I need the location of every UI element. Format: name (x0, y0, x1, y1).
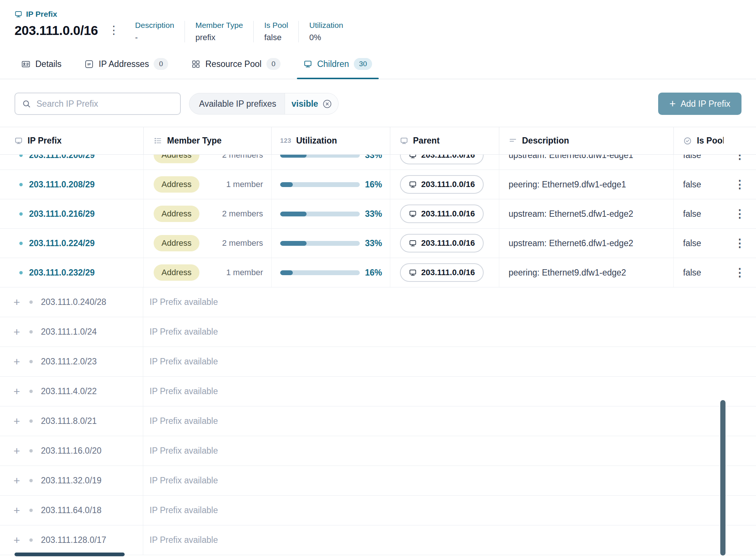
meta-value: false (264, 33, 288, 42)
row-menu-button[interactable]: ⋮ (734, 179, 746, 190)
prefix-bullet-icon (19, 183, 23, 186)
available-prefix: 203.111.64.0/18 (41, 505, 102, 515)
expand-icon[interactable]: + (12, 416, 21, 427)
parent-chip[interactable]: 203.111.0.0/16 (400, 175, 484, 194)
column-header-description[interactable]: Description (499, 127, 673, 154)
table-row: 203.111.0.232/29 Address 1 member 16% 20… (0, 258, 756, 287)
svg-text:IP: IP (87, 62, 91, 66)
tab-ip-addresses[interactable]: IP IP Addresses 0 (78, 58, 175, 79)
prefix-icon (15, 137, 23, 145)
available-row: + 203.111.16.0/20 IP Prefix available (0, 436, 756, 466)
horizontal-scrollbar[interactable] (15, 553, 125, 556)
available-row: + 203.111.1.0/24 IP Prefix available (0, 317, 756, 347)
row-menu-button[interactable]: ⋮ (734, 208, 746, 219)
table-row: 203.111.0.224/29 Address 2 members 33% 2… (0, 229, 756, 258)
meta-label: Is Pool (264, 21, 288, 30)
row-menu-button[interactable]: ⋮ (734, 267, 746, 278)
prefix-link[interactable]: 203.111.0.232/29 (29, 268, 95, 278)
prefix-icon (409, 210, 417, 218)
expand-icon[interactable]: + (12, 297, 21, 308)
title-menu-button[interactable]: ⋮ (108, 25, 119, 36)
available-prefix: 203.111.128.0/17 (41, 535, 106, 545)
column-header-utilization[interactable]: 123 Utilization (271, 127, 390, 154)
utilization-value: 33% (365, 209, 382, 219)
member-count: 1 member (226, 268, 263, 277)
member-type-badge: Address (154, 206, 199, 222)
meta-value: prefix (195, 33, 243, 42)
available-prefix: 203.111.32.0/19 (41, 476, 102, 486)
prefix-link[interactable]: 203.111.0.224/29 (29, 238, 95, 248)
prefix-bullet-icon (29, 509, 33, 512)
meta-value: - (135, 33, 174, 42)
search-box (15, 93, 181, 115)
expand-icon[interactable]: + (12, 386, 21, 397)
available-row: + 203.111.2.0/23 IP Prefix available (0, 347, 756, 377)
available-label: IP Prefix available (150, 297, 218, 307)
column-header-parent[interactable]: Parent (390, 127, 499, 154)
available-prefix: 203.111.2.0/23 (41, 357, 97, 367)
available-label: IP Prefix available (150, 535, 218, 545)
available-prefix: 203.111.1.0/24 (41, 327, 97, 337)
table-header: IP Prefix Member Type 123 Utilization Pa… (0, 127, 756, 155)
parent-chip[interactable]: 203.111.0.0/16 (400, 205, 484, 223)
close-circle-icon[interactable] (322, 99, 332, 109)
numeric-icon: 123 (280, 137, 291, 145)
title-row: 203.111.0.0/16 ⋮ Description - Member Ty… (15, 22, 741, 42)
tab-details[interactable]: Details (15, 58, 68, 79)
tab-resource-pool[interactable]: Resource Pool 0 (185, 58, 287, 79)
expand-icon[interactable]: + (12, 356, 21, 367)
table-body: 203.111.0.200/29 Address 2 members 33% 2… (0, 141, 756, 555)
prefix-bullet-icon (29, 330, 33, 334)
utilization-value: 16% (365, 180, 382, 190)
prefix-bullet-icon (29, 300, 33, 304)
align-left-icon (509, 136, 517, 145)
column-header-member-type[interactable]: Member Type (143, 127, 271, 154)
object-type-label: IP Prefix (26, 10, 57, 19)
member-type-badge: Address (154, 235, 199, 251)
expand-icon[interactable]: + (12, 445, 21, 457)
expand-icon[interactable]: + (12, 326, 21, 338)
prefix-bullet-icon (29, 449, 33, 453)
column-header-ip-prefix[interactable]: IP Prefix (0, 127, 143, 154)
meta-description: Description - (135, 21, 185, 42)
prefix-link[interactable]: 203.111.0.208/29 (29, 180, 95, 190)
prefix-bullet-icon (29, 360, 33, 363)
parent-chip[interactable]: 203.111.0.0/16 (400, 263, 484, 282)
filter-chip-label: Available IP prefixes (189, 99, 285, 109)
available-label: IP Prefix available (150, 327, 218, 337)
meta-label: Description (135, 21, 174, 30)
tab-label: Details (35, 59, 61, 69)
prefix-bullet-icon (29, 419, 33, 423)
available-label: IP Prefix available (150, 386, 218, 396)
column-header-is-pool[interactable]: Is Pool (673, 127, 724, 154)
is-pool-value: false (683, 209, 701, 219)
available-row: + 203.111.0.240/28 IP Prefix available (0, 287, 756, 317)
vertical-scrollbar[interactable] (720, 400, 725, 556)
utilization-bar (280, 212, 360, 216)
meta-label: Utilization (309, 21, 343, 30)
add-ip-prefix-button[interactable]: + Add IP Prefix (658, 93, 741, 115)
meta-bar: Description - Member Type prefix Is Pool… (135, 21, 353, 42)
is-pool-value: false (683, 238, 701, 248)
expand-icon[interactable]: + (12, 535, 21, 546)
tab-count-badge: 30 (354, 58, 372, 70)
search-input[interactable] (36, 99, 173, 109)
parent-chip[interactable]: 203.111.0.0/16 (400, 234, 484, 252)
description-text: upstream: Ethernet5.dfw1-edge2 (509, 209, 633, 219)
member-count: 2 members (222, 209, 263, 219)
add-button-label: Add IP Prefix (680, 99, 730, 109)
tab-children[interactable]: Children 30 (297, 58, 379, 79)
expand-icon[interactable]: + (12, 505, 21, 516)
prefix-icon (409, 181, 417, 189)
expand-icon[interactable]: + (12, 475, 21, 486)
available-row: + 203.111.32.0/19 IP Prefix available (0, 466, 756, 496)
column-label: Member Type (167, 136, 222, 146)
prefix-link[interactable]: 203.111.0.216/29 (29, 209, 95, 219)
table-row: 203.111.0.208/29 Address 1 member 16% 20… (0, 170, 756, 199)
filter-chip[interactable]: Available IP prefixes visible (189, 93, 339, 115)
available-prefix: 203.111.4.0/22 (41, 386, 97, 396)
meta-is-pool: Is Pool false (253, 21, 298, 42)
member-type-badge: Address (154, 176, 199, 193)
row-menu-button[interactable]: ⋮ (734, 238, 746, 249)
column-label: Description (522, 136, 569, 146)
